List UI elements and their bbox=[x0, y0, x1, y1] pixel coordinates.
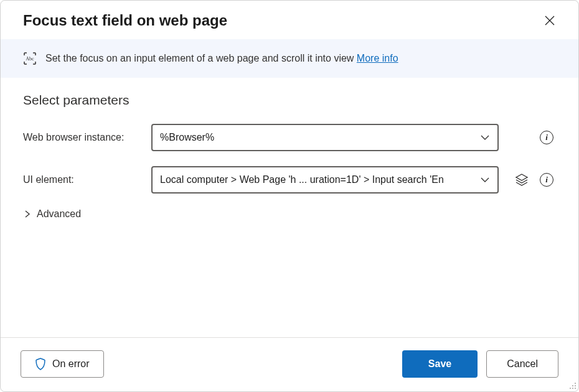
ui-element-picker-button[interactable] bbox=[512, 170, 531, 189]
footer-right: Save Cancel bbox=[402, 350, 558, 378]
shield-icon bbox=[35, 358, 46, 370]
svg-point-3 bbox=[575, 385, 576, 386]
param-row-browser-instance: Web browser instance: %Browser% i bbox=[23, 124, 556, 151]
svg-point-2 bbox=[572, 385, 573, 386]
dialog-header: Focus text field on web page bbox=[1, 1, 578, 39]
on-error-button[interactable]: On error bbox=[21, 350, 104, 378]
dialog-footer: On error Save Cancel bbox=[1, 337, 578, 391]
advanced-toggle[interactable]: Advanced bbox=[23, 208, 556, 220]
browser-instance-dropdown[interactable]: %Browser% bbox=[151, 124, 499, 151]
svg-point-6 bbox=[575, 388, 576, 389]
dialog-content: Select parameters Web browser instance: … bbox=[1, 78, 578, 337]
info-banner: Abc Set the focus on an input element of… bbox=[1, 39, 578, 78]
browser-instance-label: Web browser instance: bbox=[23, 132, 143, 143]
svg-point-5 bbox=[572, 388, 573, 389]
svg-point-4 bbox=[570, 388, 571, 389]
info-icon: i bbox=[540, 131, 553, 144]
ui-element-dropdown[interactable]: Local computer > Web Page 'h ... uration… bbox=[151, 166, 499, 194]
resize-grip-icon[interactable] bbox=[568, 381, 577, 390]
layers-icon bbox=[515, 173, 529, 187]
ui-element-info-button[interactable]: i bbox=[537, 170, 556, 189]
param-row-ui-element: UI element: Local computer > Web Page 'h… bbox=[23, 166, 556, 194]
banner-text: Set the focus on an input element of a w… bbox=[45, 53, 398, 64]
banner-description: Set the focus on an input element of a w… bbox=[45, 53, 357, 63]
cancel-button[interactable]: Cancel bbox=[486, 350, 558, 378]
browser-instance-value: %Browser% bbox=[160, 132, 214, 143]
ui-element-label: UI element: bbox=[23, 174, 143, 185]
browser-instance-actions: i bbox=[507, 128, 556, 147]
dialog-window: Focus text field on web page Abc Set the… bbox=[0, 0, 579, 392]
advanced-label: Advanced bbox=[37, 208, 81, 220]
svg-text:Abc: Abc bbox=[26, 56, 34, 62]
svg-point-1 bbox=[575, 383, 576, 384]
chevron-down-icon bbox=[480, 175, 490, 185]
ui-element-value: Local computer > Web Page 'h ... uration… bbox=[160, 174, 444, 185]
chevron-down-icon bbox=[480, 133, 490, 142]
chevron-right-icon bbox=[23, 210, 32, 218]
browser-instance-info-button[interactable]: i bbox=[537, 128, 556, 147]
on-error-label: On error bbox=[52, 358, 90, 370]
close-icon bbox=[545, 16, 555, 26]
section-heading: Select parameters bbox=[23, 93, 556, 108]
close-button[interactable] bbox=[541, 12, 558, 29]
more-info-link[interactable]: More info bbox=[357, 53, 398, 63]
save-button[interactable]: Save bbox=[402, 350, 478, 378]
text-field-icon: Abc bbox=[23, 52, 37, 65]
ui-element-actions: i bbox=[507, 170, 556, 189]
info-icon: i bbox=[540, 173, 553, 187]
dialog-title: Focus text field on web page bbox=[23, 12, 227, 29]
